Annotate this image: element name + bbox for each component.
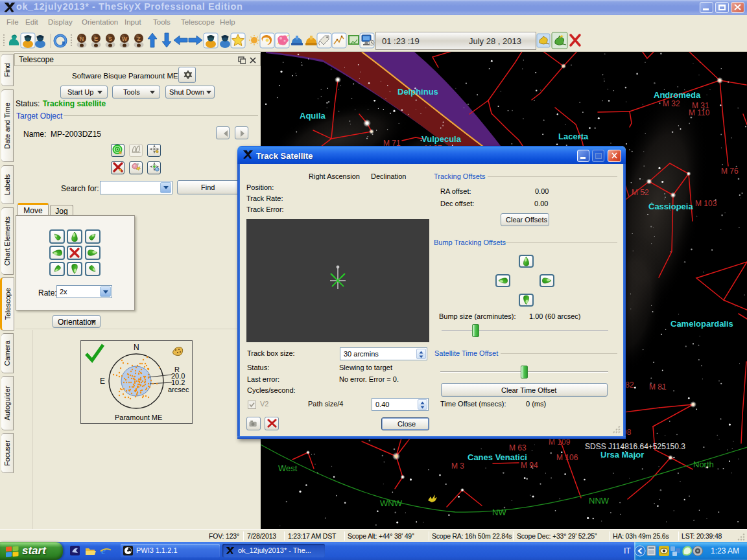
svg-text:West: West <box>278 463 298 473</box>
svg-text:M 109: M 109 <box>549 438 571 447</box>
svg-text:M 94: M 94 <box>521 461 538 470</box>
svg-text:Z: Z <box>137 36 141 42</box>
svg-text:N: N <box>134 343 139 352</box>
svg-text:M 81: M 81 <box>649 382 667 391</box>
svg-text:Delphinus: Delphinus <box>397 87 438 97</box>
svg-text:M 52: M 52 <box>632 188 649 197</box>
svg-text:M 110: M 110 <box>689 108 710 117</box>
svg-text:Ursa Major: Ursa Major <box>600 450 644 460</box>
svg-text:M 76: M 76 <box>721 167 739 176</box>
svg-text:Camelopardalis: Camelopardalis <box>670 319 733 329</box>
svg-text:Paramount ME: Paramount ME <box>115 414 162 421</box>
svg-text:Lacerta: Lacerta <box>558 132 589 141</box>
svg-text:NW: NW <box>492 508 506 517</box>
svg-text:N: N <box>80 36 84 42</box>
svg-text:W: W <box>122 36 128 42</box>
svg-text:M 32: M 32 <box>663 99 680 108</box>
svg-text:Cassiopeia: Cassiopeia <box>648 202 693 211</box>
svg-text:M 3: M 3 <box>451 461 464 471</box>
svg-text:SDSS J114816.64+525150.3: SDSS J114816.64+525150.3 <box>585 442 685 451</box>
svg-text:Vulpecula: Vulpecula <box>421 134 462 144</box>
svg-text:Aquila: Aquila <box>300 111 326 121</box>
svg-text:E: E <box>100 377 105 386</box>
svg-text:E: E <box>94 36 98 42</box>
svg-text:M 63: M 63 <box>509 443 527 452</box>
svg-text:WNW: WNW <box>380 498 403 508</box>
svg-text:Canes Venatici: Canes Venatici <box>468 452 527 462</box>
svg-text:NNW: NNW <box>589 496 610 506</box>
svg-text:M 103: M 103 <box>695 199 717 208</box>
svg-text:North: North <box>693 460 714 469</box>
svg-text:Andromeda: Andromeda <box>654 90 701 100</box>
svg-text:arcsec: arcsec <box>168 386 189 393</box>
svg-text:M 106: M 106 <box>556 453 578 462</box>
svg-text:S: S <box>108 36 112 42</box>
